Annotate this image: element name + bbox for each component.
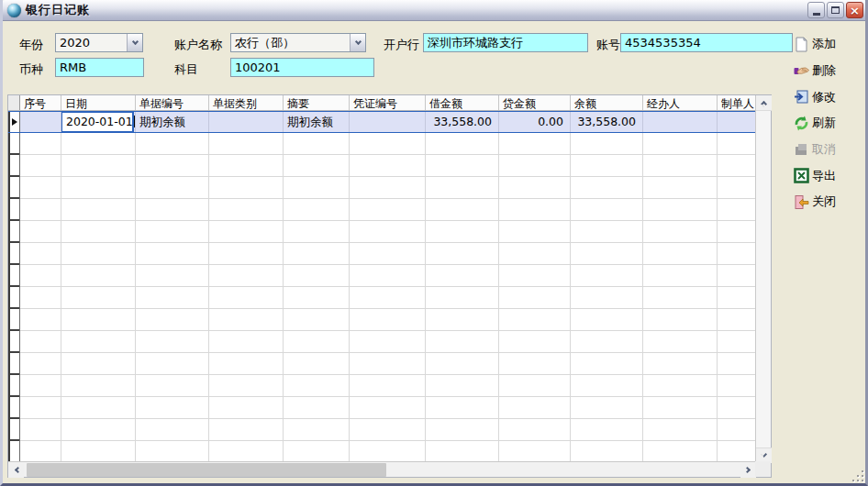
column-header-handler[interactable]: 经办人	[643, 95, 718, 110]
chevron-right-icon	[743, 467, 750, 473]
delete-button-label: 删除	[812, 62, 836, 79]
year-value: 2020	[56, 34, 127, 51]
year-dropdown-button[interactable]	[127, 34, 142, 51]
app-globe-icon	[7, 4, 21, 17]
account-name-value: 农行（邵）	[231, 34, 350, 51]
account-name-combobox[interactable]: 农行（邵）	[230, 33, 366, 52]
column-header-seq[interactable]: 序号	[20, 95, 61, 110]
column-header-summary[interactable]: 摘要	[284, 95, 350, 110]
subject-label: 科目	[174, 61, 198, 78]
grid-body[interactable]: 2020-01-01期初余额期初余额33,558.000.0033,558.00	[8, 111, 756, 463]
refresh-button-label: 刷新	[812, 115, 836, 131]
cell-preparer[interactable]	[718, 112, 756, 132]
grid-header: 序号日期单据编号单据类别摘要凭证编号借金额贷金额余额经办人制单人	[8, 95, 756, 111]
column-header-doc_no[interactable]: 单据编号	[136, 95, 209, 110]
grid-column-line	[208, 133, 209, 463]
table-row[interactable]: 2020-01-01期初余额期初余额33,558.000.0033,558.00	[8, 111, 756, 133]
chevron-down-icon	[354, 38, 361, 44]
close-icon: ×	[850, 5, 860, 17]
column-header-credit[interactable]: 贷金额	[499, 95, 571, 110]
scrollbar-corner	[755, 461, 771, 477]
account-name-dropdown-button[interactable]	[350, 34, 365, 51]
cell-date[interactable]: 2020-01-01	[61, 112, 136, 132]
cell-credit[interactable]: 0.00	[499, 112, 571, 132]
row-indicator-cell[interactable]	[8, 112, 20, 132]
scroll-left-button[interactable]	[8, 462, 24, 478]
bank-field[interactable]: 深圳市环城路支行	[423, 33, 588, 52]
window-title: 银行日记账	[26, 2, 90, 18]
cell-summary[interactable]: 期初余额	[284, 112, 350, 132]
vertical-scrollbar[interactable]	[755, 95, 771, 463]
cell-handler[interactable]	[643, 112, 718, 132]
cell-debit[interactable]: 33,558.00	[426, 112, 499, 132]
title-bar[interactable]: 银行日记账 ×	[0, 0, 868, 21]
column-header-balance[interactable]: 余额	[571, 95, 643, 110]
subject-field[interactable]: 100201	[230, 58, 374, 77]
cell-voucher_no[interactable]	[350, 112, 426, 132]
add-button[interactable]: 添加	[794, 31, 865, 58]
row-indicator-strip	[8, 133, 20, 463]
cell-balance[interactable]: 33,558.00	[571, 112, 643, 132]
cell-seq[interactable]	[20, 112, 61, 132]
account-no-field[interactable]: 4534535354	[620, 33, 793, 52]
add-document-icon	[794, 37, 809, 52]
delete-button[interactable]: 删除	[794, 58, 865, 84]
column-header-date[interactable]: 日期	[61, 95, 136, 110]
bank-label: 开户行	[384, 37, 419, 53]
chevron-down-icon	[761, 451, 767, 458]
account-name-label: 账户名称	[174, 37, 222, 53]
cancel-button[interactable]: 取消	[794, 137, 865, 163]
delete-hand-icon	[794, 63, 809, 79]
horizontal-scroll-thumb[interactable]	[27, 463, 386, 477]
date-edit-cell[interactable]: 2020-01-01	[61, 112, 134, 132]
side-toolbar: 添加 删除 修改 刷新	[794, 31, 865, 215]
column-header-voucher_no[interactable]: 凭证编号	[350, 95, 426, 110]
grid-column-line	[570, 133, 571, 463]
refresh-button[interactable]: 刷新	[794, 110, 865, 137]
journal-grid: 序号日期单据编号单据类别摘要凭证编号借金额贷金额余额经办人制单人 2020-01…	[7, 94, 772, 478]
current-row-marker-icon	[12, 118, 17, 126]
chevron-left-icon	[14, 467, 20, 473]
scroll-right-button[interactable]	[740, 462, 756, 478]
column-header-preparer[interactable]: 制单人	[718, 95, 756, 110]
maximize-button[interactable]	[827, 2, 844, 18]
maximize-icon	[831, 6, 840, 14]
grid-column-line	[349, 133, 350, 463]
column-header-indicator[interactable]	[8, 95, 20, 110]
grid-column-line	[425, 133, 426, 463]
minimize-icon	[813, 13, 820, 16]
horizontal-scrollbar[interactable]	[8, 461, 756, 477]
column-header-doc_type[interactable]: 单据类别	[209, 95, 284, 110]
currency-label: 币种	[19, 61, 43, 78]
chevron-up-icon	[761, 101, 767, 107]
modify-document-icon	[794, 89, 809, 105]
column-header-debit[interactable]: 借金额	[426, 95, 499, 110]
cancel-icon	[794, 142, 809, 158]
bank-journal-window: 银行日记账 × 年份 2020 账户名称 农行（邵） 开户行 深圳市环城路支行 …	[0, 0, 868, 486]
close-window-button-label: 关闭	[812, 193, 836, 210]
close-button[interactable]: ×	[846, 2, 863, 18]
refresh-icon	[794, 116, 809, 131]
cell-doc_type[interactable]	[209, 112, 284, 132]
year-combobox[interactable]: 2020	[55, 33, 143, 52]
grid-empty-rows[interactable]	[8, 133, 756, 463]
grid-column-line	[61, 133, 61, 463]
grid-column-line	[717, 133, 718, 463]
currency-field[interactable]: RMB	[55, 58, 144, 77]
resize-grip[interactable]	[851, 469, 863, 481]
scroll-up-button[interactable]	[756, 95, 772, 111]
modify-button-label: 修改	[812, 89, 836, 105]
text-caret	[134, 116, 135, 127]
grid-column-line	[642, 133, 643, 463]
export-button[interactable]: 导出	[794, 162, 865, 189]
chevron-down-icon	[131, 38, 138, 44]
minimize-button[interactable]	[807, 2, 825, 18]
modify-button[interactable]: 修改	[794, 83, 865, 110]
cell-doc_no[interactable]: 期初余额	[136, 112, 209, 132]
grid-column-line	[283, 133, 284, 463]
grid-column-line	[498, 133, 499, 463]
add-button-label: 添加	[812, 36, 836, 52]
account-no-label: 账号	[596, 37, 620, 53]
grid-column-line	[135, 133, 136, 463]
close-window-button[interactable]: 关闭	[794, 189, 865, 215]
